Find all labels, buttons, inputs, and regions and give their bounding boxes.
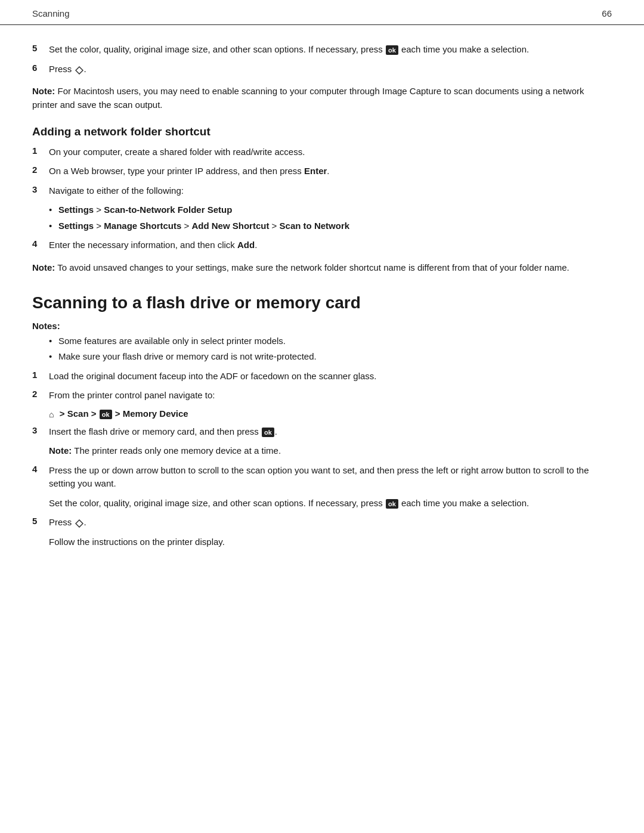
- diamond-icon-f5: [75, 518, 83, 527]
- step-number-n1: 1: [32, 145, 49, 156]
- svg-marker-0: [76, 67, 83, 74]
- flash-nav-path: ⌂ > Scan > ok > Memory Device: [49, 408, 612, 419]
- flash-step5-subtext: Follow the instructions on the printer d…: [49, 535, 612, 549]
- flash-step-3: 3 Insert the flash drive or memory card,…: [32, 425, 612, 439]
- step-number-n3: 3: [32, 184, 49, 194]
- note-network-bold: Note:: [32, 262, 55, 272]
- flash-note-2: Make sure your flash drive or memory car…: [49, 350, 612, 364]
- section-flash-heading: Scanning to a flash drive or memory card: [32, 293, 612, 312]
- ok-badge-step4: ok: [386, 499, 398, 509]
- ok-badge-nav: ok: [100, 410, 112, 419]
- network-step-2: 2 On a Web browser, type your printer IP…: [32, 165, 612, 178]
- section-network-heading: Adding a network folder shortcut: [32, 125, 612, 138]
- flash-step-4: 4 Press the up or down arrow button to s…: [32, 464, 612, 491]
- bullet-item-2: Settings > Manage Shortcuts > Add New Sh…: [49, 219, 612, 233]
- step-5-top: 5 Set the color, quality, original image…: [32, 43, 612, 57]
- step-6-text: Press .: [49, 63, 612, 76]
- step-f5-text: Press .: [49, 516, 612, 529]
- step-number-f1: 1: [32, 370, 49, 380]
- step-f3-text: Insert the flash drive or memory card, a…: [49, 425, 612, 439]
- home-icon: ⌂: [49, 410, 54, 419]
- step-number-n4: 4: [32, 239, 49, 249]
- step-number-f5: 5: [32, 516, 49, 526]
- flash-step-1: 1 Load the original document faceup into…: [32, 370, 612, 383]
- step-n2-enter: Enter: [304, 166, 327, 176]
- flash-step3-subnote: Note: The printer reads only one memory …: [49, 444, 612, 458]
- step-number-f2: 2: [32, 389, 49, 399]
- step-n4-text: Enter the necessary information, and the…: [49, 239, 612, 252]
- note-top-bold: Note:: [32, 86, 55, 96]
- step-n2-text: On a Web browser, type your printer IP a…: [49, 165, 612, 178]
- flash-notes-header: Notes:: [32, 321, 612, 331]
- header-title: Scanning: [32, 8, 70, 18]
- step-number-f3: 3: [32, 425, 49, 435]
- step-5-top-text: Set the color, quality, original image s…: [49, 43, 612, 57]
- step-n1-text: On your computer, create a shared folder…: [49, 145, 612, 159]
- step-number-5-top: 5: [32, 43, 49, 53]
- ok-badge-step3: ok: [262, 428, 274, 437]
- step-number-n2: 2: [32, 165, 49, 175]
- step-6-top: 6 Press .: [32, 63, 612, 76]
- page-header: Scanning 66: [0, 0, 644, 25]
- note-network: Note: To avoid unsaved changes to your s…: [32, 261, 612, 274]
- note-top: Note: For Macintosh users, you may need …: [32, 84, 612, 112]
- flash-section: Scanning to a flash drive or memory card…: [32, 293, 612, 549]
- step-number-f4: 4: [32, 464, 49, 474]
- svg-marker-1: [76, 520, 83, 527]
- step-number-6: 6: [32, 63, 49, 73]
- step-n3-text: Navigate to either of the following:: [49, 184, 612, 198]
- flash-step3-subnote-bold: Note:: [49, 445, 72, 456]
- bullet-item-1: Settings > Scan-to-Network Folder Setup: [49, 203, 612, 217]
- step-f2-text: From the printer control panel navigate …: [49, 389, 612, 402]
- step-n4-add: Add: [237, 240, 255, 250]
- step-f4-text: Press the up or down arrow button to scr…: [49, 464, 612, 491]
- flash-note-1: Some features are available only in sele…: [49, 335, 612, 348]
- diamond-icon-6: [75, 65, 83, 73]
- network-bullets: Settings > Scan-to-Network Folder Setup …: [49, 203, 612, 233]
- flash-step-2: 2 From the printer control panel navigat…: [32, 389, 612, 402]
- page: Scanning 66 5 Set the color, quality, or…: [0, 0, 644, 833]
- step-f1-text: Load the original document faceup into t…: [49, 370, 612, 383]
- network-step-3: 3 Navigate to either of the following:: [32, 184, 612, 198]
- main-content: 5 Set the color, quality, original image…: [0, 25, 644, 578]
- flash-step4-subtext: Set the color, quality, original image s…: [49, 497, 612, 510]
- flash-notes-bullets: Some features are available only in sele…: [49, 335, 612, 364]
- ok-badge-step5-top: ok: [386, 45, 398, 55]
- header-page-number: 66: [602, 8, 612, 18]
- network-step-4: 4 Enter the necessary information, and t…: [32, 239, 612, 252]
- network-step-1: 1 On your computer, create a shared fold…: [32, 145, 612, 159]
- flash-step-5: 5 Press .: [32, 516, 612, 529]
